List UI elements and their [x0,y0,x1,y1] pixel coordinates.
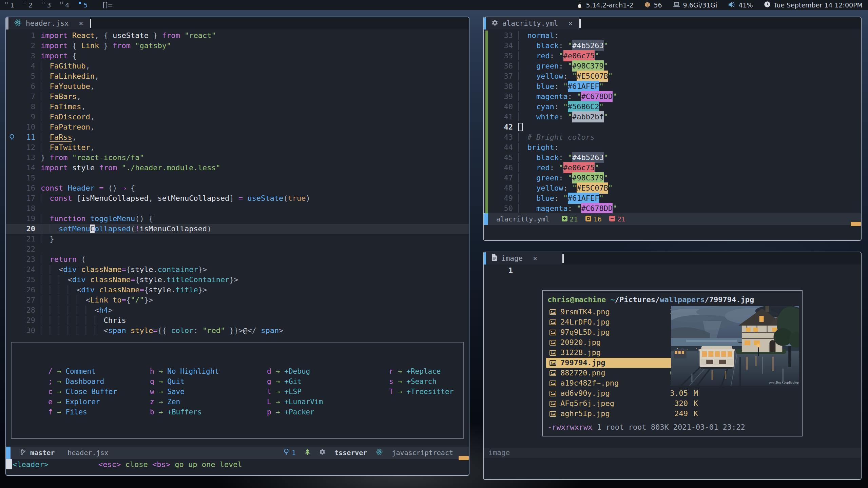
tab-image[interactable]: image × [486,252,562,265]
code-line[interactable]: 1 [484,266,861,276]
code-line[interactable]: 44▏ bright: [484,142,861,153]
tab-close-icon[interactable]: × [568,19,573,27]
desktop: { "top_bar":{ "workspaces":[ {"label":"1… [0,0,868,488]
code-line[interactable]: 7▏ FaBars, [6,92,469,102]
code-line[interactable]: 35▏ red: "#e06c75" [484,51,861,61]
whichkey-binding[interactable]: s→+Search [389,376,463,387]
code-line[interactable]: 15 [6,173,469,183]
whichkey-binding[interactable]: f→Files [48,407,150,417]
line-number: 26 [18,285,35,295]
whichkey-binding[interactable]: L→+LunarVim [267,397,389,407]
code-line[interactable]: 23▏ return ( [6,254,469,265]
code-line[interactable]: 42 [484,122,861,132]
code-line[interactable]: 18 [6,203,469,214]
file-row[interactable]: aghr5Ip.jpg249K [546,409,701,419]
code-line[interactable]: 43▏ # Bright colors [484,132,861,142]
whichkey-binding[interactable]: e→Explorer [48,397,150,407]
file-row[interactable]: AFq5r6j.jpeg320K [546,398,701,409]
tab-close-icon[interactable]: × [79,19,83,27]
code-line[interactable]: 8▏ FaTimes, [6,102,469,112]
line-number: 17 [18,193,35,203]
line-number: 9 [18,112,35,122]
code-line[interactable]: 38▏ blue: "#61AFEF" [484,81,861,92]
code-line[interactable]: 14import style from "./header.module.les… [6,163,469,173]
whichkey-binding[interactable]: l→+LSP [267,387,389,397]
whichkey-binding[interactable]: g→+Git [267,376,389,387]
line-number: 36 [495,61,513,71]
line-number: 12 [18,142,35,153]
code-line[interactable]: 6▏ FaYoutube, [6,81,469,92]
whichkey-binding[interactable]: b→+Buffers [150,407,267,417]
code-line[interactable]: 11▏ FaRss, [6,132,469,142]
code-line[interactable]: 19▏ function toggleMenu() { [6,214,469,224]
workspace-5[interactable]: 5 [79,1,88,9]
whichkey-binding[interactable]: z→Zen [150,397,267,407]
code-line[interactable]: 41▏ white: "#abb2bf" [484,112,861,122]
code-line[interactable]: 25▏ ▏ ▏ <div className={style.titleConta… [6,275,469,285]
line-number: 34 [495,41,513,51]
code-line[interactable]: 48▏ yellow: "#E5C07B" [484,183,861,193]
code-line[interactable]: 27▏ ▏ ▏ ▏ ▏ <Link to={"/"}> [6,295,469,305]
code-line[interactable]: 33▏ normal: [484,31,861,41]
workspace-2[interactable]: 2 [24,1,33,9]
code-line[interactable]: 45▏ black: "#4b5263" [484,153,861,163]
code-line[interactable]: 46▏ red: "#e06c75" [484,163,861,173]
code-line[interactable]: 30▏ ▏ ▏ ▏ ▏ ▏ ▏ <span style={{ color: "r… [6,326,469,336]
code-line[interactable]: 21▏ } [6,234,469,244]
command-line[interactable]: <leader> <esc> close <bs> go up one leve… [6,459,469,470]
minus-box-icon [609,215,615,223]
code-line[interactable]: 37▏ yellow: "#E5C07B" [484,71,861,81]
code-line[interactable]: 16const Header = () ⇒ { [6,183,469,193]
code-line[interactable]: 40▏ cyan: "#56B6C2" [484,102,861,112]
whichkey-binding[interactable]: h→No Highlight [150,366,267,376]
code-line[interactable]: 29▏ ▏ ▏ ▏ ▏ ▏ ▏ Chris [6,315,469,326]
gear-icon [319,449,326,457]
whichkey-binding[interactable]: ;→Dashboard [48,376,150,387]
tab-close-icon[interactable]: × [533,254,537,262]
code-line[interactable]: 10▏ FaPatreon, [6,122,469,132]
code-line[interactable]: 3import { [6,51,469,61]
whichkey-binding[interactable]: d→+Debug [267,366,389,376]
code-line[interactable]: 24▏ ▏ <div className={style.container}> [6,265,469,275]
whichkey-binding[interactable]: T→+Treesitter [389,387,463,397]
workspace-1[interactable]: 1 [5,1,14,9]
code-line[interactable]: 34▏ black: "#4b5263" [484,41,861,51]
tab-alacritty-yml[interactable]: alacritty.yml × [486,17,579,30]
whichkey-binding[interactable]: /→Comment [48,366,150,376]
code-line[interactable]: 12▏ FaTwitter, [6,142,469,153]
file-row[interactable]: ad6v90y.jpg3.05M [546,388,701,398]
code-line[interactable]: 28▏ ▏ ▏ ▏ ▏ ▏ <h4> [6,305,469,315]
code-line[interactable]: 17▏ const [isMenuCollapsed, setMenuColla… [6,193,469,203]
code-line[interactable]: 1import React, { useState } from "react" [6,31,469,41]
code-line[interactable]: 50▏ magenta: "#C678DD" [484,203,861,214]
whichkey-hint-line: <esc> close <bs> go up one level [98,460,242,469]
whichkey-binding[interactable]: q→Quit [150,376,267,387]
whichkey-binding[interactable]: r→+Replace [389,366,463,376]
code-line[interactable]: 9▏ FaDiscord, [6,112,469,122]
whichkey-binding[interactable]: c→Close Buffer [48,387,150,397]
line-number: 21 [18,234,35,244]
code-line[interactable]: 4▏ FaGithub, [6,61,469,71]
workspace-4[interactable]: 4 [60,1,69,9]
memory-usage: 9.6Gi/31Gi [683,1,717,9]
code-line[interactable]: 20▏ ▏ setMenuCollapsed(!isMenuCollapsed) [6,224,469,234]
code-line[interactable]: 13} from "react-icons/fa" [6,153,469,163]
code-line[interactable]: 2import { Link } from "gatsby" [6,41,469,51]
volume-status: 41% [728,1,753,9]
tab-header-jsx[interactable]: header.jsx × [8,17,90,30]
image-file-icon [549,370,556,376]
code-line[interactable]: 36▏ green: "#98C379" [484,61,861,71]
code-line[interactable]: 39▏ magenta: "#C678DD" [484,92,861,102]
code-line[interactable]: 5▏ FaLinkedin, [6,71,469,81]
whichkey-binding[interactable]: w→Save [150,387,267,397]
whichkey-binding[interactable]: p→+Packer [267,407,389,417]
workspace-3[interactable]: 3 [42,1,51,9]
line-number: 39 [495,92,513,102]
code-line[interactable]: 49▏ blue: "#61AFEF" [484,193,861,203]
code-line[interactable]: 47▏ green: "#98C379" [484,173,861,183]
editor-window-image: image × 1 chris@machine ~/Pictures/wallp… [483,252,862,480]
code-line[interactable]: 26▏ ▏ ▏ ▏ <div className={style.title}> [6,285,469,295]
code-line[interactable]: 22 [6,244,469,254]
line-number: 22 [18,244,35,254]
code-buffer: 33▏ normal:34▏ black: "#4b5263"35▏ red: … [484,30,861,214]
